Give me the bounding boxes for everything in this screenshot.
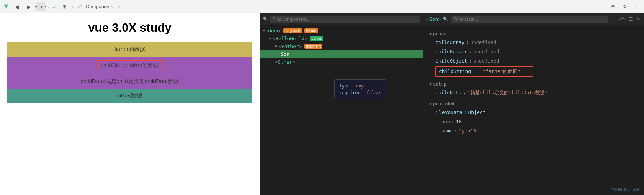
tooltip-type-popup: type any required false <box>334 79 386 99</box>
prop-childstring-highlight: childString : "father的数据" ⋮ <box>435 66 533 77</box>
leyodata-arrow: ▼ <box>435 109 438 115</box>
prop-more-icon: ⋮ <box>525 68 530 74</box>
tag-other: Other <box>278 59 292 65</box>
page-title: vue 3.0X study <box>7 21 252 35</box>
component-tree-toolbar: 🔍 <box>260 13 423 25</box>
badge-fragment-app: fragment <box>283 28 302 33</box>
devtools-panel: 🔍 ▼ <App> fragment 64 ms ▼ <HelloWorld> … <box>260 13 423 195</box>
prop-childdata: childData : "我是child定义的childData数据" <box>429 88 638 98</box>
prop-key-age: age <box>441 118 450 126</box>
section-label-props: props <box>433 31 446 36</box>
inspector-content: ▼ props childArray : undefined childNumb… <box>423 25 644 195</box>
prop-childarray: childArray : undefined <box>429 38 638 47</box>
prop-val-childdata: "我是child定义的childData数据" <box>467 89 547 97</box>
prop-leyodata: ▼ leyoData : Object <box>429 108 638 117</box>
prop-key-childstring: childString <box>439 68 471 74</box>
badge-time-app: 64 ms <box>304 28 318 33</box>
prop-val-age: 18 <box>456 118 462 126</box>
inspector-toolbar: <Son> 🔍 ⬚ </> ☰ ✎ <box>423 13 644 25</box>
tooltip-row-required: required false <box>339 89 381 96</box>
father-data-row: father的数据 <box>7 42 252 57</box>
tag-father: Father <box>282 44 299 49</box>
child-data-row: childData:我是child定义的childData数据 <box>7 74 252 89</box>
prop-childnumber: childNumber : undefined <box>429 47 638 57</box>
tooltip-required-key: required <box>339 90 361 95</box>
app-tab[interactable]: App ▼ <box>36 2 45 11</box>
components-icon: ⎇ <box>77 4 82 9</box>
inspector-actions: ⬚ </> ☰ ✎ <box>611 16 641 23</box>
component-search-input[interactable] <box>273 17 417 22</box>
filter-state-input[interactable] <box>453 17 605 22</box>
list-icon[interactable]: ☰ <box>628 16 634 23</box>
filter-search-icon: 🔍 <box>443 17 448 22</box>
section-label-provided: provided <box>433 101 455 106</box>
tree-arrow-father: ▼ <box>275 44 277 48</box>
child-string-text: childString:father的数据 <box>101 62 159 68</box>
tooltip-type-key: type <box>339 83 350 89</box>
section-label-setup: setup <box>433 81 446 87</box>
watermark: CSDN @yma16 <box>611 188 640 192</box>
badge-time-helloworld: 52 ms <box>310 36 323 41</box>
cast-icon[interactable]: ↻ <box>620 2 629 11</box>
tag-helloworld: HelloWorld <box>276 36 305 41</box>
child-data-text: childData:我是child定义的childData数据 <box>81 78 179 84</box>
tree-item-son[interactable]: Son <box>260 50 423 58</box>
section-arrow-provided: ▼ <box>429 102 432 106</box>
more-menu-icon[interactable]: ⋮ <box>632 2 641 11</box>
tree-label-son: Son <box>281 51 289 57</box>
selected-component-label: <Son> <box>426 16 441 22</box>
tree-arrow-app: ▼ <box>263 29 265 33</box>
prop-childstring: childString : "father的数据" ⋮ <box>429 65 638 78</box>
prop-name: name : "yma16" <box>429 127 638 136</box>
forward-button[interactable]: ▶ <box>25 2 33 11</box>
other-data-row: other数据 <box>7 89 252 103</box>
app-label: App <box>35 4 42 9</box>
prop-key-childnumber: childNumber <box>435 48 467 56</box>
child-string-row: childString:father的数据 <box>7 57 252 74</box>
components-label: Components <box>86 4 113 9</box>
other-data-text: other数据 <box>118 92 142 99</box>
tag-app: App <box>270 28 278 33</box>
section-header-props: ▼ props <box>429 31 638 36</box>
component-tree: ▼ <App> fragment 64 ms ▼ <HelloWorld> 52… <box>260 25 423 195</box>
prop-val-name: "yma16" <box>459 127 479 135</box>
badge-fragment-father: fragment <box>304 44 322 49</box>
content-area: father的数据 childString:father的数据 childDat… <box>7 42 252 103</box>
prop-key-childdata: childData <box>435 89 461 97</box>
section-header-setup: ▼ setup <box>429 81 638 87</box>
prop-val-childnumber: undefined <box>473 48 499 56</box>
tree-item-app[interactable]: ▼ <App> fragment 64 ms <box>260 27 423 35</box>
location-icon[interactable]: ⊕ <box>608 2 617 11</box>
prop-val-childarray: undefined <box>470 39 496 47</box>
section-arrow-props: ▼ <box>429 32 432 36</box>
tooltip-type-val: any <box>356 83 364 89</box>
vue-logo-topbar: ▼ <box>3 3 10 10</box>
search-icon: 🔍 <box>263 17 268 22</box>
section-header-provided: ▼ provided <box>429 101 638 106</box>
back-button[interactable]: ◀ <box>13 2 22 11</box>
prop-key-childarray: childArray <box>435 39 464 47</box>
tree-item-helloworld[interactable]: ▼ <HelloWorld> 52 ms <box>260 35 423 42</box>
prop-val-leyodata: Object <box>468 109 485 116</box>
viewport-icon[interactable]: ⬚ <box>611 16 617 23</box>
prop-val-childstring: "father的数据" <box>483 68 521 74</box>
section-arrow-setup: ▼ <box>429 82 432 86</box>
tree-arrow-helloworld: ▼ <box>269 36 271 41</box>
grid-icon[interactable]: ⊞ <box>60 2 69 11</box>
prop-key-name: name <box>441 127 453 135</box>
prop-age: age : 18 <box>429 117 638 127</box>
component-search[interactable] <box>270 16 420 23</box>
prop-val-childobject: undefined <box>473 57 499 65</box>
tooltip-required-val: false <box>367 90 380 95</box>
inspector-filter[interactable] <box>451 16 608 23</box>
tooltip-row-type: type any <box>339 83 381 89</box>
father-data-text: father的数据 <box>114 46 145 52</box>
tree-item-father[interactable]: ▼ <Father> fragment <box>260 42 423 50</box>
prop-key-leyodata: leyoData <box>439 109 462 116</box>
app-preview-panel: vue 3.0X study father的数据 childString:fat… <box>0 13 260 195</box>
code-icon[interactable]: </> <box>618 16 627 23</box>
tree-item-other[interactable]: <Other> <box>260 58 423 66</box>
browser-topbar: ▼ ◀ ▶ App ▼ › ✓ ⊞ › ⎇ Components ▼ ⊕ ↻ ⋮ <box>0 0 644 13</box>
edit-icon[interactable]: ✎ <box>635 16 641 23</box>
inspector-panel: <Son> 🔍 ⬚ </> ☰ ✎ ▼ props <box>423 13 644 195</box>
